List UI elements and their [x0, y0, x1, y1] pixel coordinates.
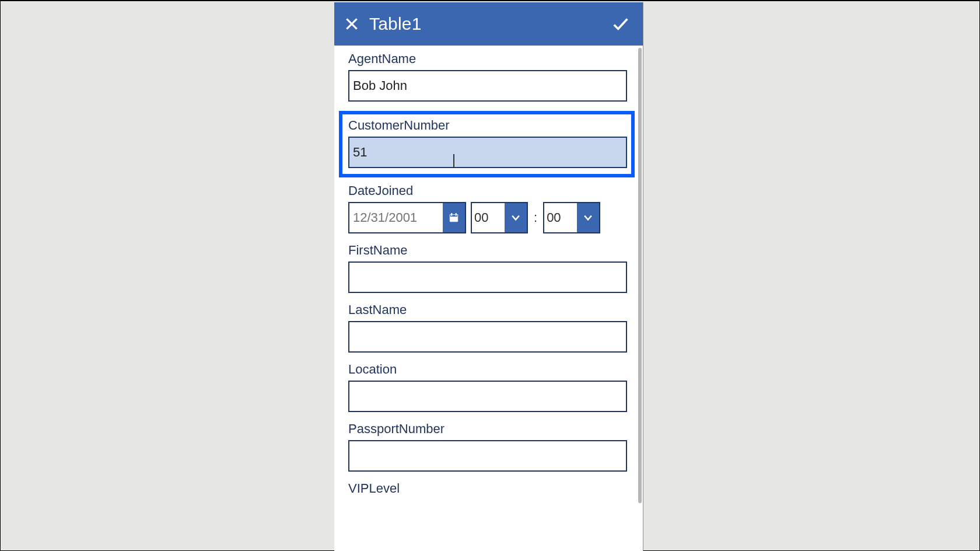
scrollbar-thumb[interactable]	[638, 48, 642, 503]
hour-dropdown-button[interactable]	[505, 203, 527, 232]
input-lastname[interactable]	[348, 321, 627, 353]
text-cursor	[453, 154, 454, 168]
field-passportnumber: PassportNumber	[348, 421, 631, 472]
field-agentname: AgentName	[348, 51, 631, 102]
edit-form-panel: Table1 AgentName CustomerNumber DateJoin…	[334, 2, 643, 551]
svg-rect-5	[456, 214, 457, 216]
input-firstname[interactable]	[348, 261, 627, 293]
minute-picker	[543, 202, 600, 233]
input-customernumber[interactable]	[348, 137, 627, 168]
calendar-icon	[449, 212, 459, 223]
datejoined-row: :	[348, 202, 631, 233]
date-picker	[348, 202, 466, 233]
input-agentname[interactable]	[348, 70, 627, 102]
close-icon	[344, 16, 359, 32]
input-date[interactable]	[349, 203, 443, 232]
field-lastname: LastName	[348, 302, 631, 353]
check-icon	[611, 14, 631, 34]
label-datejoined: DateJoined	[348, 183, 631, 198]
form-body: AgentName CustomerNumber DateJoined	[334, 46, 643, 551]
chevron-down-icon	[510, 212, 522, 224]
field-viplevel: VIPLevel	[348, 481, 631, 496]
input-hour[interactable]	[472, 203, 505, 232]
label-customernumber: CustomerNumber	[348, 118, 625, 133]
chevron-down-icon	[582, 212, 594, 224]
label-agentname: AgentName	[348, 51, 631, 67]
field-firstname: FirstName	[348, 243, 631, 293]
calendar-button[interactable]	[443, 203, 465, 232]
submit-button[interactable]	[603, 2, 638, 46]
minute-dropdown-button[interactable]	[577, 203, 599, 232]
label-viplevel: VIPLevel	[348, 481, 631, 496]
field-datejoined: DateJoined :	[348, 183, 631, 233]
field-customernumber: CustomerNumber	[339, 111, 635, 177]
label-location: Location	[348, 362, 631, 377]
field-location: Location	[348, 362, 631, 412]
label-passportnumber: PassportNumber	[348, 421, 631, 437]
hour-picker	[471, 202, 528, 233]
label-firstname: FirstName	[348, 243, 631, 258]
input-minute[interactable]	[544, 203, 577, 232]
input-passportnumber[interactable]	[348, 440, 627, 472]
input-location[interactable]	[348, 381, 627, 412]
form-title: Table1	[369, 14, 422, 34]
time-separator: :	[533, 202, 538, 233]
close-button[interactable]	[334, 2, 369, 46]
label-lastname: LastName	[348, 302, 631, 318]
app-canvas: Table1 AgentName CustomerNumber DateJoin…	[0, 0, 980, 551]
form-header: Table1	[334, 2, 643, 46]
svg-rect-4	[452, 214, 453, 216]
